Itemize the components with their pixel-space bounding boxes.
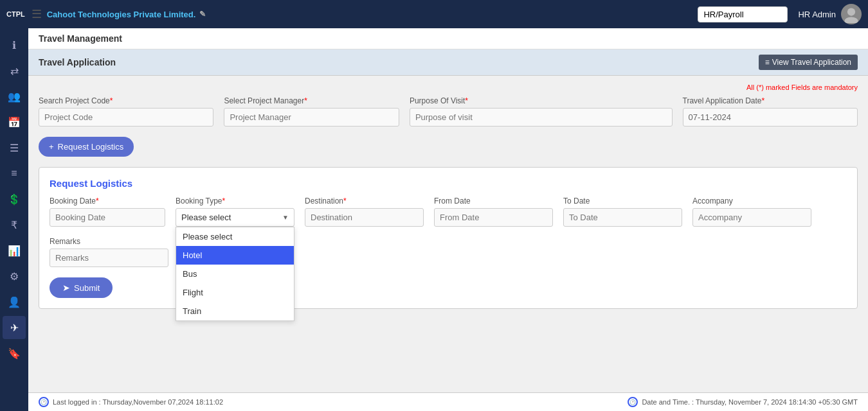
request-logistics-label: Request Logistics: [58, 142, 124, 152]
company-name: Cahoot Technologies Private Limited. ✎: [47, 10, 698, 19]
user-info: HR Admin: [798, 4, 862, 24]
destination-group: Destination*: [305, 197, 424, 227]
list-view-icon: ≡: [765, 58, 770, 67]
booking-date-group: Booking Date*: [50, 197, 165, 227]
datetime-item: 🕐 Date and Time. : Thursday, November 7,…: [628, 397, 858, 407]
avatar: [841, 4, 862, 24]
purpose-label: Purpose Of Visit*: [410, 96, 673, 105]
to-date-label: To Date: [563, 197, 682, 206]
page-breadcrumb: Travel Management: [28, 28, 868, 49]
destination-input[interactable]: [305, 208, 424, 227]
sidebar-item-tasks[interactable]: ≡: [3, 162, 26, 185]
module-dropdown[interactable]: HR/Payroll Finance Operations: [698, 6, 788, 22]
sidebar-item-list[interactable]: ☰: [3, 136, 26, 159]
to-date-group: To Date: [563, 197, 682, 227]
submit-btn[interactable]: ➤ Submit: [50, 277, 113, 298]
option-bus[interactable]: Bus: [176, 265, 294, 283]
sidebar-item-calendar[interactable]: 📅: [3, 110, 26, 134]
clock-icon-left: 🕐: [39, 397, 49, 407]
accompany-input[interactable]: [692, 208, 811, 227]
accompany-label: Accompany: [692, 197, 811, 206]
logistics-form-row-2: Remarks: [50, 237, 847, 267]
section-title: Travel Application: [39, 57, 116, 67]
mandatory-note: All (*) marked Fields are mandatory: [39, 83, 858, 91]
sidebar-item-money[interactable]: 💲: [3, 188, 26, 211]
option-flight[interactable]: Flight: [176, 283, 294, 302]
booking-type-select[interactable]: Please select ▼: [176, 208, 294, 227]
logistics-section: Request Logistics Booking Date* Booking …: [39, 167, 858, 309]
request-logistics-btn[interactable]: + Request Logistics: [39, 137, 134, 157]
edit-company-icon[interactable]: ✎: [199, 10, 206, 19]
sidebar-item-people[interactable]: 👤: [3, 290, 26, 313]
view-travel-btn[interactable]: ≡ View Travel Application: [759, 55, 858, 70]
section-header: Travel Application ≡ View Travel Applica…: [28, 49, 868, 76]
sidebar-item-bookmark[interactable]: 🔖: [3, 342, 26, 365]
sidebar-item-info[interactable]: ℹ: [3, 33, 26, 57]
svg-point-0: [847, 8, 855, 15]
remarks-input[interactable]: [50, 249, 168, 267]
booking-type-dropdown-wrapper: Please select ▼ Please select Hotel Bus …: [176, 208, 294, 227]
booking-date-label: Booking Date*: [50, 197, 165, 206]
hamburger-icon[interactable]: ☰: [32, 7, 42, 21]
accompany-group: Accompany: [692, 197, 811, 227]
sidebar-item-chart[interactable]: 📊: [3, 239, 26, 262]
submit-icon: ➤: [62, 283, 70, 293]
remarks-label: Remarks: [50, 237, 168, 246]
project-code-group: Search Project Code*: [39, 96, 213, 127]
sidebar: ℹ ⇄ 👥 📅 ☰ ≡ 💲 ₹ 📊 ⚙ 👤 ✈ 🔖: [0, 28, 28, 411]
sidebar-item-plane[interactable]: ✈: [3, 316, 26, 339]
from-date-input[interactable]: [434, 208, 553, 227]
to-date-input[interactable]: [563, 208, 682, 227]
user-name: HR Admin: [798, 10, 836, 19]
project-manager-label: Select Project Manager*: [224, 96, 399, 105]
destination-label: Destination*: [305, 197, 424, 206]
travel-date-label: Travel Application Date*: [683, 96, 858, 105]
module-selector: HR/Payroll Finance Operations: [698, 6, 788, 22]
option-please-select[interactable]: Please select: [176, 227, 294, 246]
project-code-label: Search Project Code*: [39, 96, 213, 105]
footer: 🕐 Last logged in : Thursday,November 07,…: [28, 392, 868, 411]
booking-type-group: Booking Type* Please select ▼ Please sel…: [176, 197, 294, 227]
main-form-row: Search Project Code* Select Project Mana…: [39, 96, 858, 127]
booking-type-label: Booking Type*: [176, 197, 294, 206]
datetime-text: Date and Time. : Thursday, November 7, 2…: [642, 398, 858, 406]
submit-label: Submit: [74, 283, 100, 293]
sidebar-item-settings[interactable]: ⚙: [3, 265, 26, 288]
clock-icon-right: 🕐: [628, 397, 638, 407]
booking-date-input[interactable]: [50, 208, 165, 227]
sidebar-item-swap[interactable]: ⇄: [3, 59, 26, 82]
project-code-input[interactable]: [39, 108, 213, 127]
from-date-group: From Date: [434, 197, 553, 227]
option-train[interactable]: Train: [176, 302, 294, 320]
travel-date-input[interactable]: [683, 108, 858, 127]
last-login-text: Last logged in : Thursday,November 07,20…: [53, 398, 223, 406]
plus-icon: +: [49, 142, 54, 152]
option-hotel[interactable]: Hotel: [176, 246, 294, 265]
content-area: All (*) marked Fields are mandatory Sear…: [28, 76, 868, 392]
booking-type-value: Please select: [181, 213, 231, 222]
purpose-group: Purpose Of Visit*: [410, 96, 673, 127]
purpose-input[interactable]: [410, 108, 673, 127]
topbar: CTPL ☰ Cahoot Technologies Private Limit…: [0, 0, 868, 28]
dropdown-arrow-icon: ▼: [282, 214, 289, 221]
main-content: Travel Management Travel Application ≡ V…: [28, 28, 868, 411]
logistics-title: Request Logistics: [50, 178, 847, 189]
sidebar-item-users[interactable]: 👥: [3, 85, 26, 108]
brand-label: CTPL: [6, 10, 25, 18]
sidebar-item-rupee[interactable]: ₹: [3, 213, 26, 236]
logistics-form-row-1: Booking Date* Booking Type* Please selec…: [50, 197, 847, 227]
project-manager-group: Select Project Manager*: [224, 96, 399, 127]
remarks-group: Remarks: [50, 237, 168, 267]
svg-point-1: [845, 17, 858, 23]
project-manager-input[interactable]: [224, 108, 399, 127]
travel-date-group: Travel Application Date*: [683, 96, 858, 127]
from-date-label: From Date: [434, 197, 553, 206]
booking-type-menu: Please select Hotel Bus Flight Train: [176, 227, 294, 321]
last-login-item: 🕐 Last logged in : Thursday,November 07,…: [39, 397, 223, 407]
